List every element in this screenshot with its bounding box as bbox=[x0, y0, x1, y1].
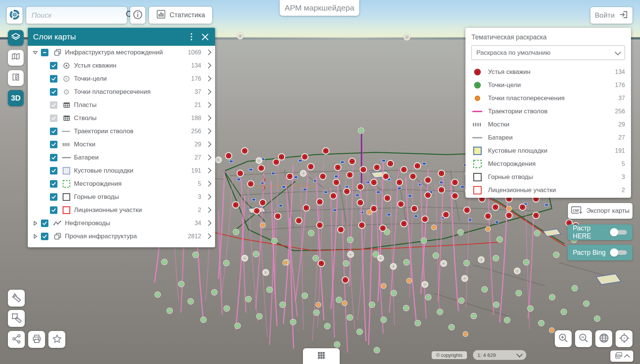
export-map-button[interactable]: CMF Экспорт карты bbox=[568, 203, 632, 219]
layer-checkbox[interactable] bbox=[50, 206, 57, 214]
layer-chevron-icon[interactable] bbox=[206, 155, 212, 161]
layer-chevron-icon[interactable] bbox=[206, 102, 212, 108]
layer-row[interactable]: Точки-цели176 bbox=[28, 72, 215, 85]
page-title: АРМ маркшейдера bbox=[280, 0, 359, 16]
layer-row[interactable]: Батареи27 bbox=[28, 151, 215, 164]
compare-swipe-tool-button[interactable] bbox=[8, 70, 24, 86]
layer-row[interactable]: Инфраструктура месторождений1069 bbox=[28, 46, 215, 59]
layer-expand-toggle[interactable] bbox=[32, 220, 39, 226]
legend-row[interactable]: Точки-цели176 bbox=[465, 78, 631, 92]
layer-row[interactable]: Лицензионные участки2 bbox=[28, 203, 215, 217]
locate-button[interactable] bbox=[616, 330, 632, 347]
legend-swatch bbox=[471, 122, 483, 127]
raster-bing-button[interactable]: Растр Bing bbox=[568, 245, 632, 260]
login-label: Войти bbox=[595, 11, 614, 20]
share-icon bbox=[11, 334, 22, 346]
app-logo[interactable] bbox=[7, 7, 23, 24]
scale-selector[interactable]: 1: 4 629 bbox=[473, 350, 526, 360]
layer-chevron-icon[interactable] bbox=[206, 63, 212, 69]
legend-row[interactable]: Батареи27 bbox=[465, 131, 631, 144]
layer-chevron-icon[interactable] bbox=[206, 128, 212, 134]
3d-mode-button[interactable]: 3D bbox=[8, 90, 24, 106]
print-button[interactable] bbox=[28, 331, 45, 348]
layer-row[interactable]: Прочая инфраструктура2812 bbox=[28, 230, 215, 243]
raster-here-button[interactable]: Растр HERE bbox=[568, 224, 632, 240]
share-button[interactable] bbox=[8, 331, 25, 348]
raster-here-toggle[interactable] bbox=[610, 228, 627, 236]
layer-row[interactable]: Мостки29 bbox=[28, 138, 215, 151]
layer-checkbox[interactable] bbox=[50, 75, 57, 83]
close-icon[interactable] bbox=[200, 32, 210, 42]
layer-row[interactable]: Устья скважин134 bbox=[28, 59, 215, 72]
layer-checkbox[interactable] bbox=[50, 101, 57, 109]
layer-checkbox[interactable] bbox=[50, 167, 57, 174]
legend-row[interactable]: Устья скважин134 bbox=[465, 65, 631, 78]
swipe-compare-icon bbox=[11, 72, 21, 84]
layer-chevron-icon[interactable] bbox=[206, 141, 212, 147]
layer-checkbox[interactable] bbox=[50, 180, 57, 188]
basemap-gallery-button[interactable] bbox=[610, 350, 633, 362]
measure-area-button[interactable] bbox=[8, 310, 25, 327]
layer-row[interactable]: Горные отводы3 bbox=[28, 190, 215, 203]
legend-row[interactable]: Лицензионные участки2 bbox=[465, 184, 631, 197]
legend-row[interactable]: Мостки29 bbox=[465, 118, 631, 131]
statistics-button[interactable]: Статистика bbox=[149, 7, 212, 24]
layer-expand-toggle[interactable] bbox=[32, 50, 39, 56]
zoom-out-button[interactable] bbox=[575, 330, 592, 347]
layer-checkbox[interactable] bbox=[50, 88, 57, 96]
layer-chevron-icon[interactable] bbox=[206, 89, 212, 95]
layer-count: 5 bbox=[198, 180, 201, 187]
info-button[interactable] bbox=[130, 7, 145, 24]
attribute-table-tab[interactable] bbox=[303, 348, 340, 364]
legend-row[interactable]: Кустовые площадки191 bbox=[465, 144, 631, 157]
layer-row[interactable]: Кустовые площадки191 bbox=[28, 164, 215, 177]
layer-label: Мостки bbox=[74, 141, 95, 148]
legend-row[interactable]: Горные отводы3 bbox=[465, 170, 631, 184]
legend-row[interactable]: Месторождения5 bbox=[465, 157, 631, 170]
thematic-select[interactable]: Раскраска по умолчанию bbox=[471, 45, 625, 60]
legend-swatch bbox=[471, 173, 483, 182]
search-input[interactable] bbox=[31, 11, 125, 20]
layer-chevron-icon[interactable] bbox=[206, 194, 212, 200]
layer-chevron-icon[interactable] bbox=[206, 76, 212, 82]
layer-chevron-icon[interactable] bbox=[206, 207, 212, 213]
login-button[interactable]: Войти bbox=[590, 7, 632, 24]
layer-chevron-icon[interactable] bbox=[206, 168, 212, 174]
globe-view-button[interactable] bbox=[595, 330, 612, 347]
layer-row[interactable]: Стволы188 bbox=[28, 111, 215, 125]
layer-checkbox[interactable] bbox=[50, 128, 57, 135]
layer-chevron-icon[interactable] bbox=[206, 181, 212, 187]
legend-swatch bbox=[471, 146, 483, 155]
map-2d-tool-button[interactable] bbox=[8, 50, 24, 66]
layer-chevron-icon[interactable] bbox=[206, 233, 212, 239]
favorites-button[interactable] bbox=[48, 331, 65, 348]
layer-checkbox[interactable] bbox=[41, 220, 48, 227]
chevron-down-icon bbox=[517, 351, 523, 358]
layer-checkbox[interactable] bbox=[50, 141, 57, 148]
legend-label: Точки пластопересечения bbox=[488, 95, 565, 102]
layers-tool-button[interactable] bbox=[8, 30, 24, 46]
layer-row[interactable]: Траектории стволов256 bbox=[28, 125, 215, 138]
layer-chevron-icon[interactable] bbox=[206, 50, 212, 56]
raster-bing-toggle[interactable] bbox=[610, 248, 627, 257]
layer-checkbox[interactable] bbox=[50, 154, 57, 161]
layer-row[interactable]: Точки пластопересечения37 bbox=[28, 85, 215, 98]
layer-row[interactable]: Месторождения5 bbox=[28, 177, 215, 190]
layer-checkbox[interactable] bbox=[50, 62, 57, 69]
layer-row[interactable]: Пласты21 bbox=[28, 98, 215, 111]
layer-row[interactable]: Нефтепроводы34 bbox=[28, 217, 215, 230]
layer-expand-toggle[interactable] bbox=[32, 233, 39, 239]
layer-checkbox[interactable] bbox=[50, 193, 57, 201]
layer-checkbox[interactable] bbox=[50, 114, 57, 122]
layer-checkbox[interactable] bbox=[41, 49, 48, 56]
layers-panel: Слои карты Инфраструктура месторождений1… bbox=[28, 28, 215, 247]
zoom-in-button[interactable] bbox=[555, 330, 572, 347]
measure-distance-button[interactable] bbox=[8, 290, 25, 307]
layer-chevron-icon[interactable] bbox=[206, 220, 212, 226]
layer-chevron-icon[interactable] bbox=[206, 115, 212, 121]
layer-checkbox[interactable] bbox=[41, 233, 48, 240]
legend-row[interactable]: Траектории стволов256 bbox=[465, 105, 631, 118]
legend-count: 27 bbox=[618, 134, 625, 141]
panel-menu-icon[interactable] bbox=[187, 32, 196, 42]
legend-row[interactable]: Точки пластопересечения37 bbox=[465, 92, 631, 105]
